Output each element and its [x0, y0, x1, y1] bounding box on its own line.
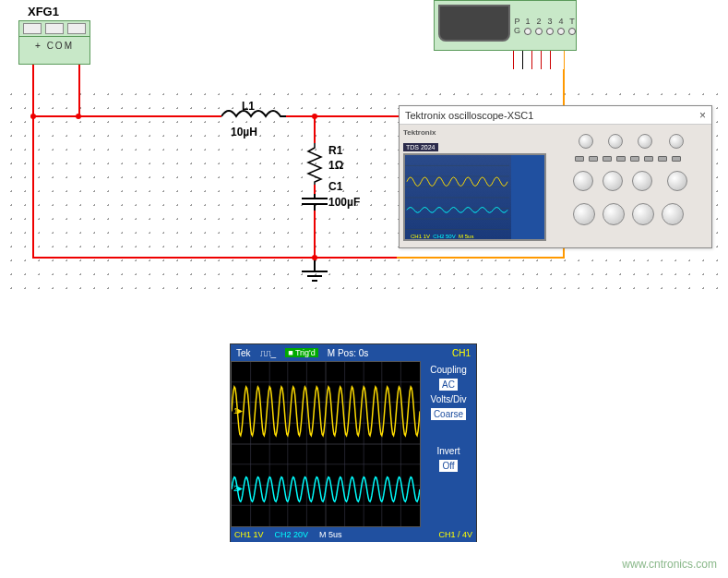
panel-button[interactable] — [616, 156, 626, 162]
trigger-status: ■ Trig'd — [285, 348, 318, 357]
window-titlebar[interactable]: Tektronix oscilloscope-XSC1 × — [400, 106, 711, 125]
scope-top-bar: Tek ⎍⎍_ ■ Trig'd M Pos: 0s CH1 — [231, 344, 476, 361]
wire — [314, 185, 316, 194]
sine-icon — [23, 23, 42, 34]
scope-brand: Tektronix — [403, 128, 562, 137]
wire — [286, 115, 406, 117]
scope-brand-text: Tek — [236, 348, 251, 358]
wire-orange — [397, 257, 563, 259]
voltsdiv-label: Volts/Div — [424, 394, 472, 404]
invert-value[interactable]: Off — [439, 460, 457, 472]
knob[interactable] — [632, 171, 652, 191]
oscilloscope-window[interactable]: Tektronix oscilloscope-XSC1 × Tektronix … — [399, 105, 712, 248]
readout-trig: CH1 / 4V — [438, 530, 472, 539]
wire — [314, 211, 316, 257]
port-dot — [546, 28, 554, 35]
panel-button[interactable] — [644, 156, 653, 162]
port-p: P — [514, 17, 519, 26]
R1-label: R1 — [328, 144, 342, 157]
circuit-node — [30, 114, 36, 119]
knob[interactable] — [638, 134, 652, 149]
m-pos: M Pos: 0s — [328, 348, 368, 358]
port-dot — [568, 28, 576, 35]
instr-pin-2 — [531, 51, 532, 69]
knob[interactable] — [603, 171, 623, 191]
coupling-label: Coupling — [424, 365, 472, 375]
panel-button[interactable] — [658, 156, 667, 162]
wire — [32, 115, 34, 257]
L1-value: 10µH — [231, 126, 257, 138]
C1-label: C1 — [328, 180, 342, 193]
function-generator[interactable]: COM — [18, 20, 90, 65]
close-icon[interactable]: × — [699, 109, 706, 122]
knob[interactable] — [573, 171, 593, 191]
port-2: 2 — [536, 17, 541, 26]
port-g: G — [514, 26, 520, 35]
wire — [78, 65, 80, 115]
resistor-symbol — [306, 143, 323, 185]
knob[interactable] — [579, 134, 593, 149]
wire — [314, 115, 316, 143]
scope-menu-small — [511, 155, 544, 239]
port-dot — [535, 28, 543, 35]
xfg1-label: XFG1 — [28, 5, 59, 18]
knob-large[interactable] — [632, 203, 654, 225]
R1-value: 1Ω — [328, 159, 343, 172]
panel-button[interactable] — [575, 156, 584, 162]
instr-pin-4 — [550, 51, 551, 69]
xfg1-com-label: COM — [19, 37, 90, 51]
C1-value: 100µF — [328, 196, 360, 209]
port-dot — [557, 28, 565, 35]
readout-time: M 5us — [319, 530, 342, 539]
circuit-node — [312, 255, 317, 260]
scope-side-menu: Coupling AC Volts/Div Coarse Invert Off — [421, 361, 476, 527]
circuit-node — [76, 114, 81, 119]
knob[interactable] — [669, 134, 684, 149]
triangle-icon — [45, 23, 64, 34]
circuit-node — [312, 114, 317, 119]
watermark: www.cntronics.com — [622, 558, 717, 571]
scope-screenshot-large: Tek ⎍⎍_ ■ Trig'd M Pos: 0s CH1 1▸ 2▸ Cou… — [230, 343, 477, 542]
svg-text:2▸: 2▸ — [233, 483, 243, 493]
knob-large[interactable] — [573, 203, 595, 225]
capacitor-symbol — [297, 194, 332, 211]
scope-screen-small: CH1 1V CH2 50V M 5us — [403, 153, 546, 241]
panel-button[interactable] — [589, 156, 598, 162]
instr-pin-t — [564, 51, 565, 69]
port-1: 1 — [525, 17, 530, 26]
readout-ch2: CH2 20V — [275, 530, 309, 539]
knob[interactable] — [608, 134, 623, 149]
window-title: Tektronix oscilloscope-XSC1 — [405, 110, 533, 121]
L1-label: L1 — [242, 100, 255, 113]
wire — [32, 115, 221, 117]
coupling-value[interactable]: AC — [439, 379, 458, 391]
instr-pin-g — [522, 51, 523, 69]
port-dot — [524, 28, 531, 35]
panel-button[interactable] — [672, 156, 681, 162]
instrument-screen-icon — [438, 5, 510, 42]
knob-large[interactable] — [662, 203, 684, 225]
top-oscilloscope-icon[interactable]: PG 1 2 3 4 T — [434, 0, 577, 51]
readout-ch1: CH1 1V — [234, 530, 264, 539]
port-3: 3 — [547, 17, 552, 26]
scope-readout-small: CH1 1V CH2 50V M 5us — [411, 234, 473, 239]
scope-bottom-readout: CH1 1V CH2 20V M 5us CH1 / 4V — [231, 527, 476, 542]
scope-front-panel — [566, 125, 711, 247]
invert-label: Invert — [424, 446, 472, 456]
ground-symbol — [300, 271, 329, 285]
wire — [32, 65, 34, 115]
instr-pin-1 — [513, 51, 514, 69]
instr-pin-3 — [541, 51, 542, 69]
scope-model: TDS 2024 — [403, 143, 438, 151]
square-icon — [67, 23, 86, 34]
panel-button[interactable] — [630, 156, 639, 162]
wire — [32, 257, 401, 259]
instrument-port-labels: PG 1 2 3 4 T — [514, 1, 576, 50]
port-t: T — [569, 17, 575, 26]
panel-button[interactable] — [603, 156, 612, 162]
scope-plot-area: 1▸ 2▸ — [231, 361, 421, 527]
knob[interactable] — [667, 171, 687, 191]
voltsdiv-value[interactable]: Coarse — [431, 408, 466, 420]
knob-large[interactable] — [603, 203, 625, 225]
port-4: 4 — [558, 17, 563, 26]
